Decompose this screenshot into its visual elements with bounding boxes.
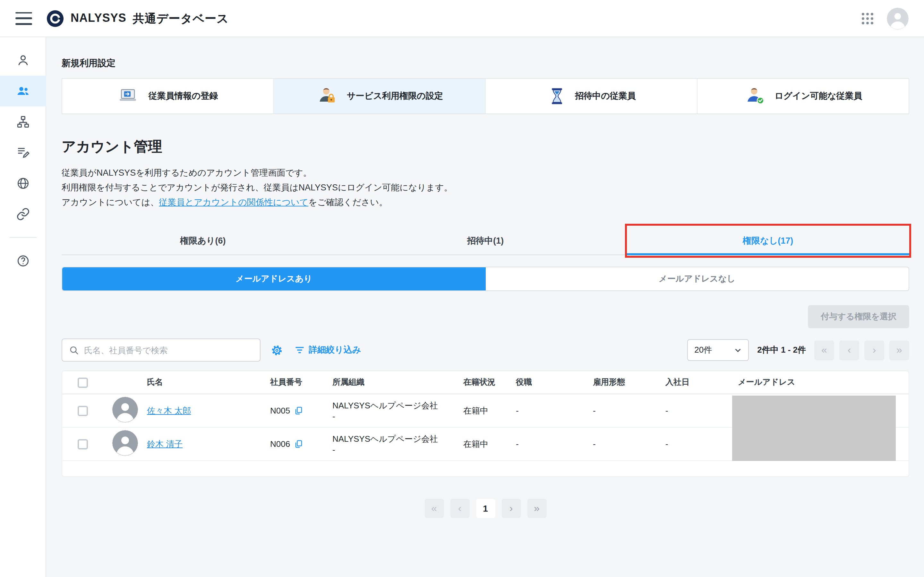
gear-icon <box>271 344 283 356</box>
next-page-button[interactable]: › <box>501 499 521 518</box>
laptop-register-icon <box>118 85 141 107</box>
users-icon <box>16 84 30 98</box>
app-root: NALYSYS 共通データベース <box>0 0 924 577</box>
detail-filter-button[interactable]: 詳細絞り込み <box>294 344 361 356</box>
user-avatar[interactable] <box>887 7 909 29</box>
filter-icon <box>294 345 305 355</box>
select-all-checkbox[interactable] <box>78 377 88 388</box>
assign-permission-button[interactable]: 付与する権限を選択 <box>808 305 909 328</box>
first-page-button[interactable]: « <box>425 499 444 518</box>
employment-type-cell: - <box>593 439 666 449</box>
copy-employee-no-button[interactable] <box>294 406 304 416</box>
settings-gear-button[interactable] <box>271 344 283 356</box>
apps-grid-button[interactable] <box>861 12 874 25</box>
copy-icon <box>294 406 304 416</box>
status-cell: 在籍中 <box>463 438 516 450</box>
org-line-2: - <box>333 411 463 422</box>
page-size-select[interactable]: 20件 <box>687 339 749 361</box>
org-line-1: NALYSYSヘルプページ会社 <box>333 433 463 444</box>
chevron-down-icon <box>734 346 742 354</box>
step-service-permission[interactable]: サービス利用権限の設定 <box>274 79 486 113</box>
permission-tabs: 権限あり(6) 招待中(1) 権限なし(17) <box>61 227 909 255</box>
link-icon <box>16 207 30 221</box>
row-checkbox[interactable] <box>78 439 88 449</box>
step-label: 従業員情報の登録 <box>149 90 218 102</box>
first-page-button[interactable]: « <box>814 340 834 360</box>
sidebar-item-members[interactable] <box>0 76 46 106</box>
toolbar-pager: « ‹ › » <box>814 340 909 360</box>
main-content: 新規利用設定 従業員情報の登録 <box>46 37 924 577</box>
account-relationship-link[interactable]: 従業員とアカウントの関係性について <box>159 197 309 207</box>
user-check-icon <box>744 85 767 107</box>
top-header: NALYSYS 共通データベース <box>0 0 924 37</box>
segment-with-email[interactable]: メールアドレスあり <box>62 268 485 290</box>
copy-employee-no-button[interactable] <box>294 439 304 449</box>
step-invited-employees[interactable]: 招待中の従業員 <box>486 79 698 113</box>
apps-grid-icon <box>861 12 874 25</box>
copy-icon <box>294 439 304 449</box>
tab-with-permission[interactable]: 権限あり(6) <box>61 227 344 255</box>
result-range-text: 2件中 1 - 2件 <box>757 344 806 356</box>
hourglass-icon <box>547 85 567 107</box>
help-icon <box>16 254 30 268</box>
brand: NALYSYS 共通データベース <box>46 9 229 27</box>
position-cell: - <box>516 406 593 416</box>
menu-button[interactable] <box>15 12 32 25</box>
join-date-cell: - <box>666 439 738 449</box>
header-right <box>861 7 909 29</box>
page-title: アカウント管理 <box>61 137 909 156</box>
sidebar-item-help[interactable] <box>0 245 46 276</box>
prev-page-button[interactable]: ‹ <box>450 499 469 518</box>
email-filter-segments: メールアドレスあり メールアドレスなし <box>61 267 909 291</box>
column-header-email: メールアドレス <box>738 377 909 388</box>
org-line-2: - <box>333 444 463 455</box>
bottom-pagination: « ‹ 1 › » <box>61 499 909 518</box>
last-page-button[interactable]: » <box>527 499 546 518</box>
search-input[interactable] <box>84 345 254 355</box>
last-page-button[interactable]: » <box>889 340 909 360</box>
sidebar <box>0 37 46 577</box>
sidebar-item-link[interactable] <box>0 199 46 229</box>
column-header-name: 氏名 <box>147 377 270 388</box>
sidebar-divider <box>9 237 36 238</box>
step-login-ready-employees[interactable]: ログイン可能な従業員 <box>698 79 909 113</box>
step-employee-registration[interactable]: 従業員情報の登録 <box>62 79 274 113</box>
employee-name-link[interactable]: 鈴木 清子 <box>147 439 183 449</box>
description-line-2: 利用権限を付与することでアカウントが発行され、従業員はNALYSYSにログイン可… <box>61 180 909 195</box>
tab-inviting[interactable]: 招待中(1) <box>344 227 627 255</box>
prev-page-button[interactable]: ‹ <box>839 340 859 360</box>
org-chart-icon <box>16 115 30 129</box>
page-size-value: 20件 <box>694 344 712 356</box>
sidebar-item-web[interactable] <box>0 168 46 199</box>
search-icon <box>69 345 79 355</box>
column-header-organization: 所属組織 <box>333 377 463 388</box>
globe-icon <box>16 176 30 190</box>
steps-section-title: 新規利用設定 <box>61 58 909 69</box>
org-line-1: NALYSYSヘルプページ会社 <box>333 400 463 411</box>
sidebar-item-profile[interactable] <box>0 45 46 76</box>
toolbar-right: 20件 2件中 1 - 2件 « ‹ › » <box>687 339 909 361</box>
tab-no-permission[interactable]: 権限なし(17) <box>627 227 909 255</box>
user-permission-icon <box>316 85 339 107</box>
employee-table: 氏名 社員番号 所属組織 在籍状況 役職 雇用形態 入社日 メールアドレス <box>61 371 909 477</box>
avatar-icon <box>887 7 909 29</box>
next-page-button[interactable]: › <box>864 340 884 360</box>
page-description: 従業員がNALYSYSを利用するためのアカウント管理画面です。 利用権限を付与す… <box>61 165 909 210</box>
brand-name: NALYSYS <box>71 11 126 25</box>
column-header-position: 役職 <box>516 377 593 388</box>
list-toolbar: 詳細絞り込み 20件 2件中 1 - 2件 « ‹ › » <box>61 338 909 362</box>
app-title: 共通データベース <box>133 11 229 26</box>
sidebar-item-organization[interactable] <box>0 106 46 137</box>
step-label: サービス利用権限の設定 <box>347 90 443 102</box>
segment-without-email[interactable]: メールアドレスなし <box>485 268 909 290</box>
current-page-button[interactable]: 1 <box>476 499 495 518</box>
description-line-3-prefix: アカウントについては、 <box>61 197 159 207</box>
sidebar-item-edit[interactable] <box>0 137 46 168</box>
user-icon <box>16 53 30 67</box>
step-label: ログイン可能な従業員 <box>774 90 862 102</box>
employee-name-link[interactable]: 佐々木 太郎 <box>147 406 191 416</box>
column-header-employment-type: 雇用形態 <box>593 377 666 388</box>
row-checkbox[interactable] <box>78 406 88 416</box>
description-line-3: アカウントについては、従業員とアカウントの関係性についてをご確認ください。 <box>61 195 909 210</box>
table-header-row: 氏名 社員番号 所属組織 在籍状況 役職 雇用形態 入社日 メールアドレス <box>62 371 909 394</box>
